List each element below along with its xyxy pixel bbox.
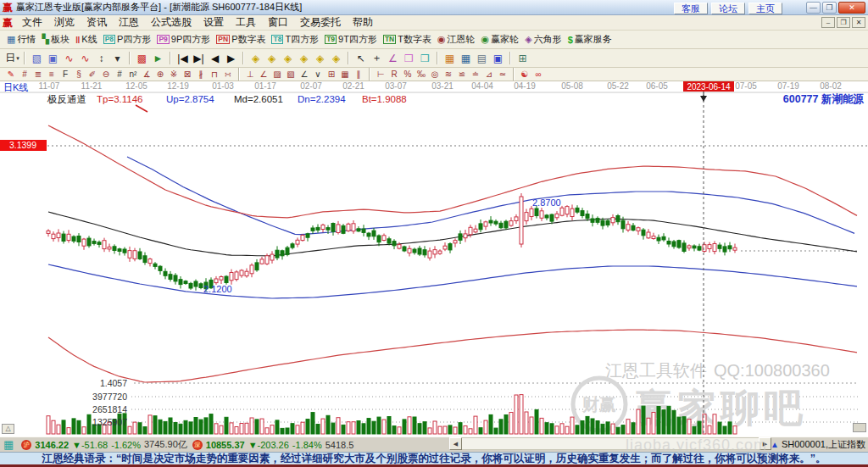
grid-red-button[interactable]: ▩ <box>134 51 150 66</box>
draw-tool-22-button[interactable]: ∠ <box>298 69 311 81</box>
statusbar-index-selector[interactable]: ▲ SH000001,上证指数 <box>771 438 865 451</box>
titlebar-button-2[interactable]: 论坛 <box>711 3 745 14</box>
menu-item[interactable]: 设置 <box>198 14 230 31</box>
draw-tool-33-button[interactable]: ≋ <box>442 69 455 81</box>
draw-tool-28-button[interactable]: ⊢ <box>374 69 387 81</box>
draw-tool-16-button[interactable]: ∺ <box>221 69 235 81</box>
draw-tool-39-button[interactable]: ☯ <box>518 69 531 81</box>
zoom-diamond-5-button[interactable]: ◈ <box>312 51 328 66</box>
draw-tool-31-button[interactable]: ‰ <box>415 69 428 81</box>
kline-chart-canvas[interactable]: 江恩工具软件QQ:100800360财赢赢家聊吧11-0711-2112-051… <box>0 81 868 436</box>
nav-prev-button[interactable]: ◀ <box>207 51 223 66</box>
zoom-diamond-4-button[interactable]: ◈ <box>296 51 312 66</box>
restore-button[interactable]: ❐ <box>822 2 837 14</box>
draw-tool-20-button[interactable]: ▨ <box>270 69 284 81</box>
curve-a-button[interactable]: ∿ <box>61 51 77 66</box>
menu-item[interactable]: 资讯 <box>81 14 113 31</box>
notes-button[interactable]: ▤ <box>474 51 490 66</box>
toolbar-kline-button[interactable]: ‖K线 <box>75 33 97 46</box>
panel-button[interactable]: ▣ <box>45 51 61 66</box>
statusbar-scrollbar[interactable]: ◀ ▶ <box>449 437 771 450</box>
draw-tool-15-button[interactable]: ⊓ <box>208 69 221 81</box>
stamp-pink-button[interactable]: ❒ <box>401 51 417 66</box>
curve-b-button[interactable]: ∿ <box>77 51 93 66</box>
menu-item[interactable]: 工具 <box>230 14 262 31</box>
draw-tool-6-button[interactable]: ✐ <box>86 69 99 81</box>
toolbar-9t-square-button[interactable]: T99T四方形 <box>325 33 377 46</box>
draw-tool-11-button[interactable]: ⊕ <box>153 69 167 81</box>
zoom-diamond-3-button[interactable]: ◈ <box>280 51 296 66</box>
kline-chart-area[interactable]: 江恩工具软件QQ:100800360财赢赢家聊吧11-0711-2112-051… <box>0 81 868 436</box>
toolbar-t-square-button[interactable]: T8T四方形 <box>271 33 319 46</box>
statusbar-grid-icon[interactable]: ▦ <box>3 438 14 451</box>
draw-tool-19-button[interactable]: ∠ <box>257 69 270 81</box>
toolbar-hexagon-button[interactable]: ◈六角形 <box>525 33 561 46</box>
scroll-left-arrow[interactable]: ◀ <box>449 437 462 450</box>
draw-tool-18-button[interactable]: ⊥ <box>243 69 257 81</box>
titlebar-button-1[interactable]: 客服 <box>674 3 708 14</box>
toolbar-9p-square-button[interactable]: P99P四方形 <box>157 33 210 46</box>
draw-tool-9-button[interactable]: n² <box>126 69 140 81</box>
draw-tool-35-button[interactable]: ≐ <box>469 69 482 81</box>
play-button[interactable]: ► <box>150 51 166 66</box>
toolbar-winner-service-button[interactable]: $赢家服务 <box>568 33 612 46</box>
draw-tool-13-button[interactable]: ⊠ <box>181 69 194 81</box>
menu-item[interactable]: 江恩 <box>113 14 145 31</box>
scroll-right-arrow[interactable]: ▶ <box>759 437 771 450</box>
zoom-diamond-6-button[interactable]: ◈ <box>328 51 344 66</box>
draw-tool-29-button[interactable]: R <box>387 69 401 81</box>
draw-tool-32-button[interactable]: ◎ <box>428 69 442 81</box>
draw-tool-21-button[interactable]: ▧ <box>284 69 298 81</box>
chart-mini-scrollbar[interactable] <box>853 423 866 432</box>
toolbar-winner-wheel-button[interactable]: ◉赢家轮 <box>481 33 520 46</box>
calculator-button[interactable]: ▦ <box>458 51 474 66</box>
child-minimize-button[interactable]: – <box>821 17 835 28</box>
crosshair-tool-button[interactable]: ＋ <box>369 51 385 66</box>
export-button[interactable]: ⊞ <box>515 51 531 66</box>
toolbar-gann-wheel-button[interactable]: ◉江恩轮 <box>437 33 476 46</box>
window-layout-button[interactable]: ▧ <box>29 51 45 66</box>
toolbar-sectors-button[interactable]: ▚板块 <box>42 33 69 46</box>
child-close-button[interactable]: ✕ <box>852 17 865 28</box>
menu-item[interactable]: 公式选股 <box>145 14 198 31</box>
draw-tool-37-button[interactable]: ≃ <box>496 69 509 81</box>
indicator-name[interactable]: 极反通道 <box>47 94 86 104</box>
draw-tool-25-button[interactable]: ▦ <box>338 69 352 81</box>
scale-button[interactable]: ↕ <box>93 51 109 66</box>
draw-tool-4-button[interactable]: F <box>58 69 72 81</box>
draw-tool-0-button[interactable]: ✎ <box>4 69 18 81</box>
dropdown-button[interactable]: ▾ <box>109 51 125 66</box>
draw-tool-3-button[interactable]: ≡ <box>45 69 58 81</box>
draw-tool-12-button[interactable]: ※ <box>167 69 181 81</box>
draw-tool-10-button[interactable]: ∡ <box>140 69 153 81</box>
toolbar-p-number-table-button[interactable]: PNP数字表 <box>216 33 265 46</box>
draw-tool-23-button[interactable]: ∨ <box>311 69 325 81</box>
child-restore-button[interactable]: ❐ <box>837 17 850 28</box>
zoom-diamond-2-button[interactable]: ◈ <box>264 51 280 66</box>
draw-tool-7-button[interactable]: ⊖ <box>99 69 113 81</box>
menu-item[interactable]: 浏览 <box>48 14 81 31</box>
zoom-diamond-1-button[interactable]: ◈ <box>248 51 264 66</box>
draw-tool-24-button[interactable]: ⊞ <box>325 69 338 81</box>
draw-tool-8-button[interactable]: # <box>113 69 126 81</box>
save-button[interactable]: ▣ <box>490 51 506 66</box>
chart-expand-button[interactable]: △ <box>2 424 14 434</box>
nav-first-button[interactable]: |◀ <box>175 51 191 66</box>
menu-item[interactable]: 文件 <box>16 14 48 31</box>
toolbar-quotes-button[interactable]: ▦行情 <box>7 33 36 46</box>
draw-tool-1-button[interactable]: # <box>18 69 31 81</box>
scroll-track[interactable] <box>462 437 759 450</box>
draw-tool-26-button[interactable]: ∥ <box>352 69 365 81</box>
draw-tool-2-button[interactable]: ≣ <box>31 69 45 81</box>
menu-item[interactable]: 窗口 <box>262 14 294 31</box>
toolbar-t-number-table-button[interactable]: TNT数字表 <box>383 33 431 46</box>
draw-tool-36-button[interactable]: ⊿ <box>482 69 496 81</box>
stamp-teal-button[interactable]: ❒ <box>417 51 433 66</box>
draw-tool-5-button[interactable]: § <box>72 69 86 81</box>
nav-next-button[interactable]: ▶ <box>223 51 239 66</box>
draw-tool-40-button[interactable]: ∞ <box>531 69 545 81</box>
nav-last-button[interactable]: ▶| <box>191 51 207 66</box>
menu-item[interactable]: 交易委托 <box>294 14 347 31</box>
pointer-tool-button[interactable]: ↖ <box>353 51 369 66</box>
calendar-button[interactable]: ▦ <box>442 51 458 66</box>
